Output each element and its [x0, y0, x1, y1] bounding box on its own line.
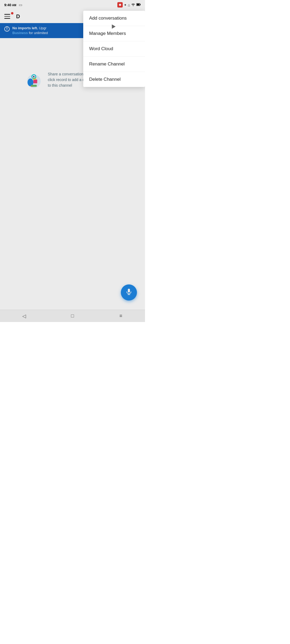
menu-item-word-cloud[interactable]: Word Cloud [83, 41, 145, 57]
dropdown-menu: Add conversations Manage Members Word Cl… [83, 11, 145, 87]
page-wrapper: 9:40 AM ▭ ✦ △ [0, 0, 145, 322]
menu-item-delete-channel[interactable]: Delete Channel [83, 72, 145, 87]
menu-item-manage-members[interactable]: Manage Members [83, 26, 145, 41]
menu-item-add-conversations[interactable]: Add conversations [83, 11, 145, 26]
menu-item-rename-channel[interactable]: Rename Channel [83, 57, 145, 72]
